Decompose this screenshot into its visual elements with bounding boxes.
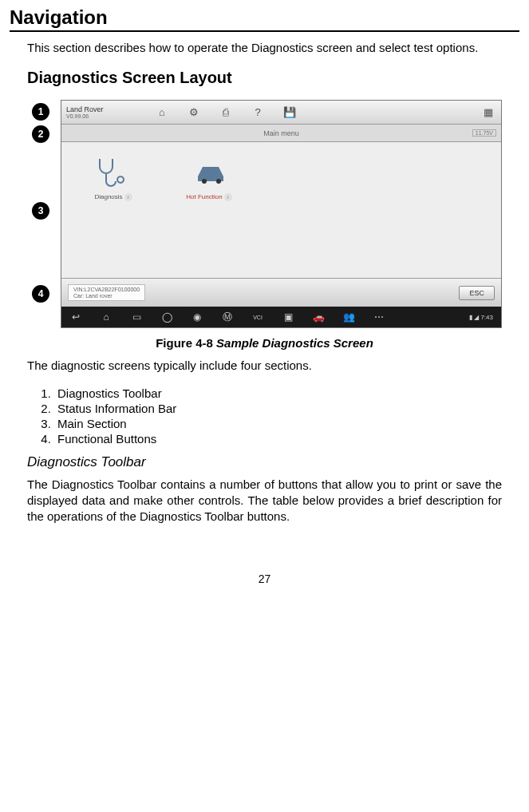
toolbar-desc: The Diagnostics Toolbar contains a numbe… [27, 477, 502, 525]
camera-icon[interactable]: ◉ [191, 311, 203, 323]
car-icon[interactable]: 🚗 [312, 311, 325, 323]
more-icon[interactable]: ⋯ [373, 311, 385, 323]
intro-text: This section describes how to operate th… [27, 40, 502, 56]
list-item: Status Information Bar [54, 401, 502, 416]
recent-icon[interactable]: ▭ [130, 311, 143, 323]
callout-4: 4 [32, 285, 49, 303]
save-icon[interactable]: 💾 [282, 105, 298, 121]
main-item-label: Hot Function [186, 193, 222, 200]
status-title: Main menu [263, 129, 299, 137]
list-item: Functional Buttons [54, 431, 502, 446]
stethoscope-icon [89, 153, 137, 190]
home-icon[interactable]: ⌂ [154, 105, 170, 121]
sections-intro: The diagnostic screens typically include… [27, 358, 502, 374]
main-item-hot-function[interactable]: Hot Functioni [173, 153, 245, 201]
callout-1: 1 [32, 103, 49, 121]
callout-3: 3 [32, 202, 49, 220]
print-icon[interactable]: ⎙ [218, 105, 234, 121]
gear-icon[interactable]: ⚙ [186, 105, 202, 121]
divider [10, 30, 519, 32]
screenshot: Land Rover V0.99.06 ⌂ ⚙ ⎙ ? 💾 ▦ Main men… [61, 100, 502, 328]
question-icon[interactable]: ? [250, 105, 266, 121]
voltage-badge: 11.75V [472, 129, 496, 137]
main-section: Diagnosisi Hot Functioni [61, 142, 501, 278]
back-icon[interactable]: ↩ [69, 311, 82, 323]
diag-toolbar: Land Rover V0.99.06 ⌂ ⚙ ⎙ ? 💾 ▦ [61, 101, 501, 125]
esc-button[interactable]: ESC [459, 286, 495, 300]
figure-caption: Figure 4-8 Sample Diagnostics Screen [27, 336, 502, 350]
close-icon[interactable]: ▦ [480, 105, 496, 121]
functional-buttons: VIN:L2CVA2B22F0100000 Car: Land rover ES… [61, 278, 501, 307]
sections-list: Diagnostics Toolbar Status Information B… [27, 386, 502, 446]
vehicle-brand: Land Rover V0.99.06 [66, 106, 138, 119]
figure: 1 2 3 4 Land Rover V0.99.06 ⌂ ⚙ ⎙ ? [27, 100, 502, 328]
callout-2: 2 [32, 125, 49, 143]
main-item-diagnosis[interactable]: Diagnosisi [77, 153, 149, 201]
info-icon: i [224, 193, 232, 201]
subsection-heading: Diagnostics Toolbar [27, 454, 502, 470]
m-icon[interactable]: Ⓜ [221, 311, 234, 324]
page-number: 27 [10, 572, 519, 585]
vci-icon[interactable]: VCI [251, 315, 264, 320]
list-item: Diagnostics Toolbar [54, 386, 502, 401]
car-fast-icon [185, 153, 233, 190]
vin-info: VIN:L2CVA2B22F0100000 Car: Land rover [68, 284, 145, 301]
folder-icon[interactable]: ▣ [282, 311, 294, 323]
clock: ▮ ◢ 7:43 [469, 314, 493, 321]
section-heading: Diagnostics Screen Layout [27, 69, 502, 87]
browser-icon[interactable]: ◯ [160, 311, 173, 323]
android-nav-bar: ↩ ⌂ ▭ ◯ ◉ Ⓜ VCI ▣ 🚗 👥 ⋯ ▮ ◢ 7:43 [61, 307, 501, 327]
home-icon[interactable]: ⌂ [100, 311, 113, 323]
svg-point-1 [216, 179, 221, 184]
status-bar: Main menu 11.75V [61, 125, 501, 142]
main-item-label: Diagnosis [94, 193, 122, 200]
page-title: Navigation [10, 6, 519, 29]
list-item: Main Section [54, 416, 502, 431]
svg-point-0 [202, 179, 207, 184]
users-icon[interactable]: 👥 [342, 311, 355, 323]
info-icon: i [124, 193, 132, 201]
